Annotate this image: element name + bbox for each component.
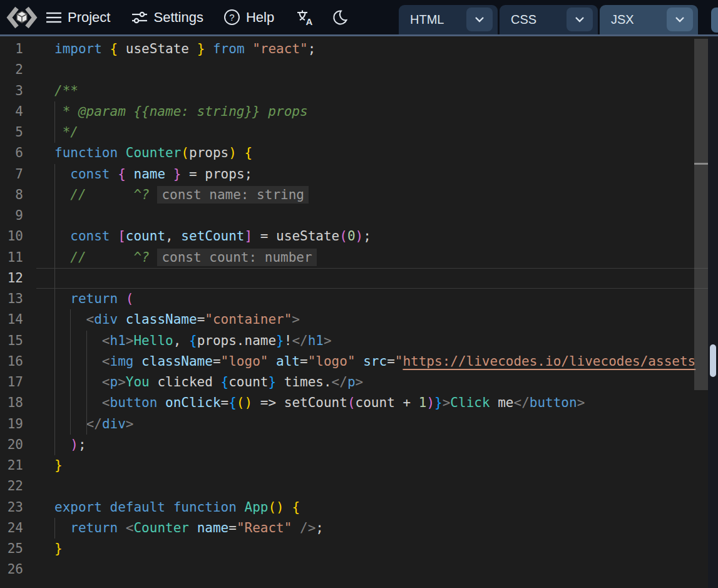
- code-line[interactable]: 4 * @param {{name: string}} props: [0, 101, 708, 122]
- svg-text:?: ?: [229, 12, 234, 23]
- page-scrollbar-track: [708, 36, 718, 588]
- line-number: 24: [0, 518, 23, 539]
- code-text: export default function App() {: [54, 497, 300, 518]
- tab-css-dropdown-button[interactable]: [567, 8, 593, 31]
- help-menu-button[interactable]: ?: [223, 9, 240, 26]
- indent-guide: [86, 372, 87, 393]
- line-number: 25: [0, 539, 23, 559]
- code-line[interactable]: 23export default function App() {: [0, 497, 708, 518]
- code-line[interactable]: 8 // ^? const name: string: [0, 185, 708, 205]
- code-text: );: [54, 435, 86, 455]
- help-menu-label[interactable]: Help: [246, 9, 274, 26]
- indent-guide: [54, 393, 55, 413]
- line-number: 6: [0, 143, 23, 163]
- chevron-down-icon: [474, 16, 485, 23]
- code-line[interactable]: 22: [0, 476, 708, 497]
- line-number: 17: [0, 372, 23, 393]
- tab-html[interactable]: HTML: [399, 5, 498, 34]
- code-line[interactable]: 21}: [0, 455, 708, 476]
- hamburger-icon: [46, 11, 62, 24]
- clipped-dropdown-button[interactable]: [711, 8, 718, 33]
- code-text: }: [54, 455, 63, 476]
- code-line[interactable]: 25}: [0, 539, 708, 559]
- line-number: 20: [0, 435, 23, 455]
- indent-guide: [54, 247, 55, 268]
- code-editor[interactable]: 1import { useState } from "react";23/**4…: [0, 36, 708, 588]
- tab-css[interactable]: CSS: [500, 5, 598, 34]
- code-text: // ^? const name: string: [54, 185, 309, 205]
- current-line-highlight: [36, 268, 708, 289]
- chevron-down-icon: [575, 16, 585, 23]
- chevron-down-icon: [675, 16, 685, 23]
- code-line[interactable]: 16 <img className="logo" alt="logo" src=…: [0, 351, 708, 372]
- code-line[interactable]: 19 </div>: [0, 414, 708, 435]
- indent-guide: [70, 351, 71, 372]
- code-text: return <Counter name="React" />;: [54, 518, 324, 539]
- type-hint: const name: string: [157, 186, 309, 204]
- code-text: <button onClick={() => setCount(count + …: [54, 393, 585, 413]
- line-number: 4: [0, 101, 23, 122]
- tab-css-label: CSS: [511, 13, 536, 27]
- tab-jsx[interactable]: JSX: [600, 5, 698, 34]
- tab-html-dropdown-button[interactable]: [466, 8, 493, 31]
- line-number: 26: [0, 559, 23, 580]
- page-scrollbar-thumb[interactable]: [710, 344, 716, 377]
- code-text: import { useState } from "react";: [54, 39, 315, 59]
- tab-jsx-dropdown-button[interactable]: [667, 8, 693, 31]
- indent-guide: [54, 101, 55, 122]
- type-hint: const count: number: [157, 249, 316, 266]
- indent-guide: [54, 414, 55, 435]
- settings-menu-button[interactable]: Settings: [131, 9, 203, 26]
- code-line[interactable]: 6function Counter(props) {: [0, 143, 708, 163]
- indent-guide: [54, 185, 55, 205]
- line-number: 5: [0, 122, 23, 143]
- indent-guide: [86, 331, 87, 351]
- line-number: 15: [0, 331, 23, 351]
- code-text: // ^? const count: number: [54, 247, 317, 268]
- code-line[interactable]: 10 const [count, setCount] = useState(0)…: [0, 226, 708, 247]
- indent-guide: [54, 164, 55, 185]
- code-line[interactable]: 1import { useState } from "react";: [0, 39, 708, 59]
- code-text: */: [54, 122, 78, 143]
- line-number: 19: [0, 414, 23, 435]
- code-line[interactable]: 9: [0, 205, 708, 226]
- code-line[interactable]: 26: [0, 559, 708, 580]
- code-line[interactable]: 18 <button onClick={() => setCount(count…: [0, 393, 708, 413]
- code-line[interactable]: 15 <h1>Hello, {props.name}!</h1>: [0, 331, 708, 351]
- code-line[interactable]: 13 return (: [0, 289, 708, 309]
- line-number: 12: [0, 268, 23, 289]
- code-line[interactable]: 2: [0, 59, 708, 80]
- project-menu-button[interactable]: Project: [46, 9, 110, 26]
- livecodes-logo[interactable]: [5, 3, 39, 32]
- code-line[interactable]: 5 */: [0, 122, 708, 143]
- code-line[interactable]: 3/**: [0, 81, 708, 101]
- code-area[interactable]: 1import { useState } from "react";23/**4…: [0, 36, 708, 580]
- code-line[interactable]: 12: [0, 268, 708, 289]
- code-line[interactable]: 20 );: [0, 435, 708, 455]
- line-number: 11: [0, 247, 23, 268]
- indent-guide: [54, 518, 55, 539]
- code-line[interactable]: 11 // ^? const count: number: [0, 247, 708, 268]
- editor-scrollbar-thumb[interactable]: [694, 39, 708, 390]
- code-line[interactable]: 17 <p>You clicked {count} times.</p>: [0, 372, 708, 393]
- indent-guide: [86, 414, 87, 435]
- line-number: 14: [0, 309, 23, 330]
- indent-guide: [86, 351, 87, 372]
- tab-html-label: HTML: [410, 13, 444, 27]
- language-button[interactable]: A: [295, 9, 314, 26]
- line-number: 23: [0, 497, 23, 518]
- svg-text:A: A: [306, 16, 313, 26]
- code-line[interactable]: 14 <div className="container">: [0, 309, 708, 330]
- indent-guide: [70, 372, 71, 393]
- code-text: /**: [54, 81, 78, 101]
- code-text: </div>: [54, 414, 133, 435]
- code-line[interactable]: 7 const { name } = props;: [0, 164, 708, 185]
- indent-guide: [54, 268, 55, 289]
- tab-jsx-label: JSX: [611, 13, 634, 27]
- code-text: <img className="logo" alt="logo" src="ht…: [54, 351, 695, 372]
- code-line[interactable]: 24 return <Counter name="React" />;: [0, 518, 708, 539]
- line-number: 8: [0, 185, 23, 205]
- theme-toggle-button[interactable]: [332, 9, 348, 26]
- line-number: 3: [0, 81, 23, 101]
- indent-guide: [54, 122, 55, 143]
